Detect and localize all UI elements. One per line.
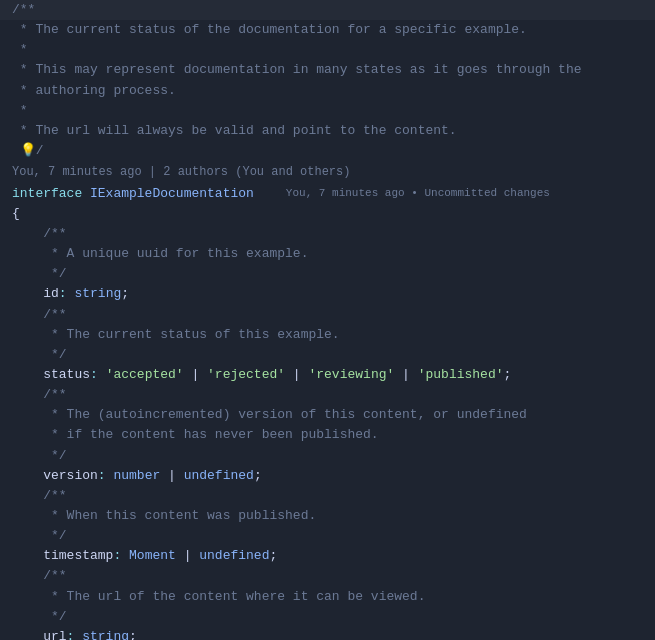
comment-token: * When this content was published. (12, 506, 316, 526)
pipe: | (160, 466, 183, 486)
comment-token: /** (12, 566, 67, 586)
string-accepted: 'accepted' (106, 365, 184, 385)
property-status: status (12, 365, 90, 385)
property-id: id (12, 284, 59, 304)
code-line: * The (autoincremented) version of this … (0, 405, 655, 425)
comment-token: */ (12, 526, 67, 546)
comment-token: * (12, 20, 35, 40)
code-editor: /** * The current status of the document… (0, 0, 655, 640)
code-line: version: number | undefined; (0, 466, 655, 486)
bulb-icon: 💡 (12, 141, 36, 161)
string-reviewing: 'reviewing' (308, 365, 394, 385)
comment-token: * (12, 101, 28, 121)
semicolon: ; (129, 627, 137, 640)
type-undefined: undefined (184, 466, 254, 486)
code-line: /** (0, 305, 655, 325)
code-line: * if the content has never been publishe… (0, 425, 655, 445)
comment-token: */ (12, 345, 67, 365)
semicolon: ; (504, 365, 512, 385)
keyword-interface: interface (12, 184, 90, 204)
code-line: timestamp: Moment | undefined; (0, 546, 655, 566)
type-string2: string (82, 627, 129, 640)
comment-token: * if the content has never been publishe… (12, 425, 379, 445)
comment-token: /** (12, 385, 67, 405)
colon: : (113, 546, 129, 566)
code-line: * (0, 101, 655, 121)
blame-bar: You, 7 minutes ago | 2 authors (You and … (0, 161, 655, 184)
code-line: * The current status of the documentatio… (0, 20, 655, 40)
code-line: 💡/ (0, 141, 655, 161)
comment-token: / (36, 141, 44, 161)
comment-token: */ (12, 264, 67, 284)
property-version: version (12, 466, 98, 486)
pipe: | (394, 365, 417, 385)
code-line: /** (0, 385, 655, 405)
type-moment: Moment (129, 546, 176, 566)
property-url: url (12, 627, 67, 640)
comment-text: The current status of the documentation … (35, 20, 526, 40)
type-undefined2: undefined (199, 546, 269, 566)
string-published: 'published' (418, 365, 504, 385)
comment-token: /** (12, 305, 67, 325)
comment-token: /** (12, 224, 67, 244)
code-line: id: string; (0, 284, 655, 304)
semicolon: ; (121, 284, 129, 304)
code-line: { (0, 204, 655, 224)
type-string: string (74, 284, 121, 304)
code-line: */ (0, 345, 655, 365)
pipe: | (184, 365, 207, 385)
colon: : (90, 365, 106, 385)
comment-token: * authoring process. (12, 81, 176, 101)
code-line: * This may represent documentation in ma… (0, 60, 655, 80)
code-line: url: string; (0, 627, 655, 640)
semicolon: ; (269, 546, 277, 566)
colon: : (98, 466, 114, 486)
code-line: * (0, 40, 655, 60)
semicolon: ; (254, 466, 262, 486)
comment-token: */ (12, 446, 67, 466)
code-line: /** (0, 486, 655, 506)
comment-token: * The url of the content where it can be… (12, 587, 425, 607)
comment-token: */ (12, 607, 67, 627)
string-rejected: 'rejected' (207, 365, 285, 385)
comment-token: * (12, 40, 28, 60)
comment-token: * The url will always be valid and point… (12, 121, 457, 141)
property-timestamp: timestamp (12, 546, 113, 566)
pipe: | (285, 365, 308, 385)
code-line: */ (0, 526, 655, 546)
code-line: * The url of the content where it can be… (0, 587, 655, 607)
comment-token: * The (autoincremented) version of this … (12, 405, 527, 425)
interface-declaration-line: interface IExampleDocumentationYou, 7 mi… (0, 184, 655, 204)
code-line: * A unique uuid for this example. (0, 244, 655, 264)
code-line: /** (0, 0, 655, 20)
code-line: status: 'accepted' | 'rejected' | 'revie… (0, 365, 655, 385)
comment-token: * The current status of this example. (12, 325, 340, 345)
comment-token: /** (12, 486, 67, 506)
code-line: * The url will always be valid and point… (0, 121, 655, 141)
code-line: */ (0, 446, 655, 466)
interface-blame: You, 7 minutes ago • Uncommitted changes (286, 185, 550, 202)
code-line: */ (0, 264, 655, 284)
code-line: */ (0, 607, 655, 627)
brace-open: { (12, 204, 20, 224)
code-line: /** (0, 224, 655, 244)
code-line: * When this content was published. (0, 506, 655, 526)
code-line: * The current status of this example. (0, 325, 655, 345)
code-line: * authoring process. (0, 81, 655, 101)
code-line: /** (0, 566, 655, 586)
type-number: number (113, 466, 160, 486)
blame-text: You, 7 minutes ago | 2 authors (You and … (12, 163, 350, 182)
comment-token: /** (12, 0, 35, 20)
comment-token: * This may represent documentation in ma… (12, 60, 582, 80)
comment-token: * A unique uuid for this example. (12, 244, 308, 264)
colon: : (59, 284, 75, 304)
pipe: | (176, 546, 199, 566)
colon: : (67, 627, 83, 640)
type-name: IExampleDocumentation (90, 184, 254, 204)
